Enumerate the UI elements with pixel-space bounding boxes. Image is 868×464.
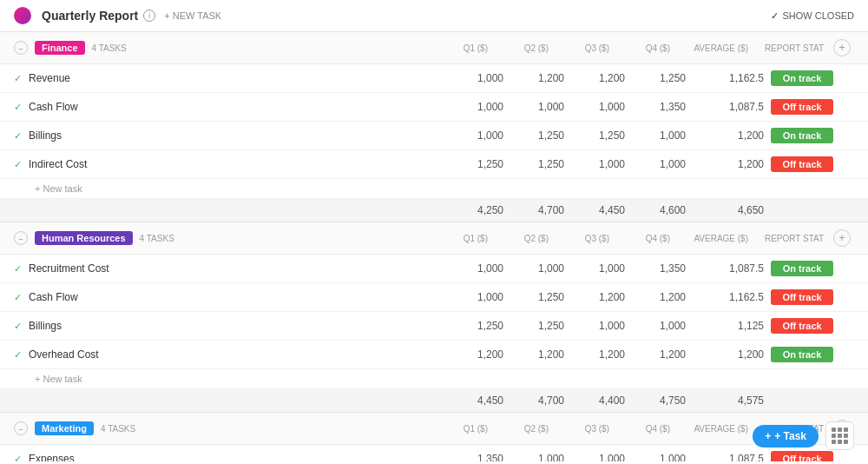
- task-values: 1,000 1,000 1,000 1,350 1,087.5 Off trac…: [450, 99, 854, 115]
- col-q3-header: Q3 ($): [556, 43, 616, 53]
- task-row: ✓ Billings 1,250 1,250 1,000 1,000 1,125…: [0, 312, 868, 341]
- col-q3-header: Q3 ($): [556, 234, 616, 243]
- task-q1: 1,000: [450, 291, 510, 303]
- col-q4-header: Q4 ($): [616, 43, 677, 53]
- task-name[interactable]: Overhead Cost: [29, 348, 450, 361]
- col-stat-header: REPORT STAT: [755, 43, 833, 53]
- summary-q1: 4,250: [450, 204, 510, 216]
- task-name[interactable]: Cash Flow: [29, 101, 450, 113]
- summary-avg: 4,575: [693, 394, 771, 407]
- task-name[interactable]: Billings: [29, 129, 450, 142]
- task-row: ✓ Cash Flow 1,000 1,250 1,200 1,200 1,16…: [0, 283, 868, 312]
- task-avg: 1,125: [693, 320, 771, 332]
- task-q1: 1,000: [450, 72, 510, 84]
- task-check-icon: ✓: [14, 102, 22, 113]
- summary-q1: 4,450: [450, 394, 510, 407]
- task-q4: 1,000: [632, 158, 693, 170]
- section-add-icon-finance[interactable]: +: [833, 39, 851, 56]
- section-header-finance: – Finance 4 TASKS Q1 ($) Q2 ($) Q3 ($) Q…: [0, 32, 868, 64]
- status-badge: Off track: [771, 451, 833, 461]
- section-count-marketing: 4 TASKS: [101, 424, 135, 434]
- app-container: Quarterly Report i + NEW TASK ✓ SHOW CLO…: [0, 0, 868, 461]
- task-row: ✓ Cash Flow 1,000 1,000 1,000 1,350 1,08…: [0, 93, 868, 122]
- task-q3: 1,200: [571, 291, 632, 303]
- col-add-header: +: [833, 39, 854, 56]
- task-q4: 1,250: [632, 72, 693, 84]
- toggle-icon-finance: –: [19, 44, 23, 52]
- summary-q2: 4,700: [510, 394, 571, 407]
- task-values: 1,000 1,250 1,250 1,000 1,200 On track: [450, 128, 854, 143]
- new-task-link[interactable]: + New task: [35, 374, 82, 384]
- col-avg-header: AVERAGE ($): [677, 424, 755, 434]
- task-name[interactable]: Indirect Cost: [29, 158, 450, 170]
- task-name[interactable]: Expenses: [29, 453, 450, 461]
- task-q3: 1,000: [571, 101, 632, 113]
- task-q1: 1,250: [450, 320, 510, 332]
- task-avg: 1,200: [693, 348, 771, 361]
- col-q4-header: Q4 ($): [616, 424, 677, 434]
- section-header-marketing: – Marketing 4 TASKS Q1 ($) Q2 ($) Q3 ($)…: [0, 413, 868, 445]
- col-add-header: +: [833, 229, 854, 247]
- task-values: 1,200 1,200 1,200 1,200 1,200 On track: [450, 347, 854, 362]
- task-check-icon: ✓: [14, 292, 22, 303]
- status-badge: Off track: [771, 289, 833, 305]
- col-headers-finance: Q1 ($) Q2 ($) Q3 ($) Q4 ($) AVERAGE ($) …: [434, 39, 854, 56]
- task-avg: 1,087.5: [693, 262, 771, 275]
- task-name[interactable]: Recruitment Cost: [29, 262, 450, 275]
- status-badge: On track: [771, 128, 833, 143]
- task-q1: 1,000: [450, 129, 510, 142]
- col-q3-header: Q3 ($): [556, 424, 616, 434]
- task-q3: 1,000: [571, 158, 632, 170]
- task-q4: 1,350: [632, 262, 693, 275]
- task-avg: 1,162.5: [693, 291, 771, 303]
- summary-q4: 4,600: [632, 204, 693, 216]
- col-q1-header: Q1 ($): [434, 424, 495, 434]
- task-q2: 1,250: [510, 158, 571, 170]
- task-row: ✓ Expenses 1,350 1,000 1,000 1,000 1,087…: [0, 445, 868, 461]
- section-count-finance: 4 TASKS: [92, 43, 127, 53]
- show-closed-button[interactable]: ✓ SHOW CLOSED: [771, 10, 854, 22]
- task-q3: 1,000: [571, 453, 632, 461]
- info-icon[interactable]: i: [143, 10, 155, 22]
- toggle-icon-human-resources: –: [19, 235, 23, 242]
- task-values: 1,000 1,200 1,200 1,250 1,162.5 On track: [450, 70, 854, 86]
- task-q2: 1,200: [510, 72, 571, 84]
- summary-q3: 4,400: [571, 394, 632, 407]
- new-task-button[interactable]: + NEW TASK: [164, 10, 221, 21]
- page-title: Quarterly Report: [42, 9, 138, 23]
- task-q3: 1,250: [571, 129, 632, 142]
- task-q4: 1,000: [632, 320, 693, 332]
- section-header-human-resources: – Human Resources 4 TASKS Q1 ($) Q2 ($) …: [0, 222, 868, 255]
- col-headers-human-resources: Q1 ($) Q2 ($) Q3 ($) Q4 ($) AVERAGE ($) …: [434, 229, 854, 247]
- task-check-icon: ✓: [14, 130, 22, 142]
- task-q2: 1,250: [510, 129, 571, 142]
- grid-icon: [832, 428, 848, 444]
- task-name[interactable]: Revenue: [29, 72, 450, 84]
- new-task-link[interactable]: + New task: [35, 183, 82, 194]
- col-q2-header: Q2 ($): [495, 234, 556, 243]
- section-toggle-human-resources[interactable]: –: [14, 231, 28, 245]
- task-name[interactable]: Billings: [29, 320, 450, 332]
- task-name[interactable]: Cash Flow: [29, 291, 450, 303]
- section-tag-marketing: Marketing: [35, 421, 94, 435]
- fab-grid-button[interactable]: [825, 421, 854, 450]
- section-add-icon-human-resources[interactable]: +: [833, 229, 851, 247]
- task-q3: 1,200: [571, 348, 632, 361]
- task-values: 1,000 1,250 1,200 1,200 1,162.5 Off trac…: [450, 289, 854, 305]
- col-stat-header: REPORT STAT: [755, 234, 833, 243]
- status-badge: On track: [771, 347, 833, 362]
- task-q4: 1,000: [632, 129, 693, 142]
- task-check-icon: ✓: [14, 349, 22, 361]
- col-q2-header: Q2 ($): [495, 43, 556, 53]
- summary-values: 4,250 4,700 4,450 4,600 4,650: [450, 204, 854, 216]
- task-values: 1,250 1,250 1,000 1,000 1,125 Off track: [450, 318, 854, 334]
- plus-icon: +: [765, 430, 771, 442]
- task-avg: 1,087.5: [693, 101, 771, 113]
- task-q3: 1,000: [571, 262, 632, 275]
- status-badge: On track: [771, 70, 833, 86]
- fab-task-button[interactable]: + + Task: [753, 425, 819, 447]
- task-avg: 1,162.5: [693, 72, 771, 84]
- new-task-row: + New task: [0, 369, 868, 389]
- section-toggle-marketing[interactable]: –: [14, 421, 28, 435]
- section-toggle-finance[interactable]: –: [14, 41, 28, 55]
